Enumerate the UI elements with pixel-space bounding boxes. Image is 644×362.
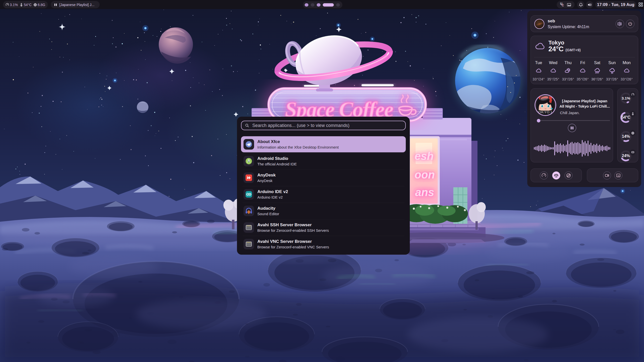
svg-text:oon: oon bbox=[415, 168, 435, 181]
svg-text:esh: esh bbox=[415, 150, 434, 162]
svg-text:ans: ans bbox=[415, 186, 434, 198]
